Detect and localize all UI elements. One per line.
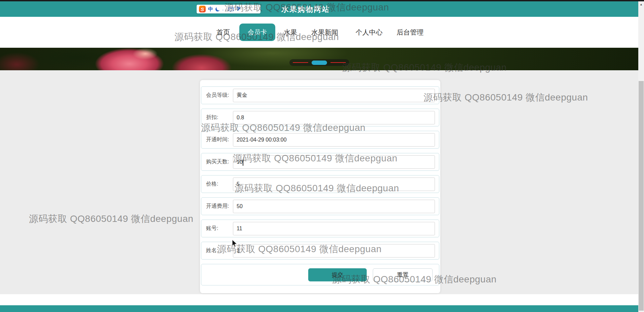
purchase-days-input[interactable]	[233, 155, 435, 169]
form-row-purchase-days: 购买天数:	[201, 153, 439, 171]
form-row-price: 价格:	[201, 175, 439, 193]
ime-toolbar[interactable]: S 中 。,	[197, 5, 260, 13]
carousel-dot-3[interactable]	[330, 62, 346, 63]
nav-item-admin[interactable]: 后台管理	[397, 17, 424, 48]
open-fee-label: 开通费用:	[206, 203, 233, 210]
sogou-logo-icon[interactable]: S	[199, 6, 206, 12]
account-input[interactable]	[233, 222, 435, 235]
purchase-days-label: 购买天数:	[206, 158, 233, 165]
nav-item-personal-center[interactable]: 个人中心	[356, 17, 383, 48]
form-row-discount: 折扣:	[201, 109, 439, 126]
form-row-open-time: 开通时间:	[201, 131, 439, 149]
carousel-indicator	[289, 59, 349, 66]
open-time-input[interactable]	[233, 133, 435, 147]
open-time-label: 开通时间:	[206, 136, 233, 143]
form-row-name: 姓名:	[201, 242, 439, 260]
scrollbar-thumb[interactable]	[639, 81, 644, 311]
banner-raspberry-image	[0, 48, 638, 70]
price-label: 价格:	[206, 181, 233, 188]
site-title: 水果购物网站	[281, 1, 330, 17]
ime-moon-icon[interactable]	[215, 6, 220, 12]
scrollbar-up-arrow-icon[interactable]: ▲	[638, 1, 644, 7]
membership-card-form: 会员等级: 折扣: 开通时间: 购买天数: 价格: 开通费用: 账号:	[200, 80, 440, 293]
submit-button[interactable]: 提交	[308, 268, 367, 281]
price-input[interactable]	[233, 178, 435, 191]
member-level-label: 会员等级:	[206, 92, 233, 99]
ime-wrench-icon[interactable]	[236, 7, 241, 11]
reset-button[interactable]: 重置	[373, 268, 433, 281]
lower-white-strip	[0, 294, 638, 305]
form-row-open-fee: 开通费用:	[201, 197, 439, 215]
nav-item-membership-card-active[interactable]: 会员卡	[239, 24, 275, 41]
vertical-scrollbar[interactable]: ▲	[638, 1, 644, 312]
form-row-member-level: 会员等级:	[201, 86, 439, 104]
text-caret	[243, 159, 243, 166]
site-header: S 中 。, 水果购物网站	[0, 1, 638, 17]
main-nav: 首页 会员卡 水果 水果新闻 个人中心 后台管理	[0, 17, 638, 48]
nav-item-home[interactable]: 首页	[216, 17, 230, 48]
ime-language-toggle[interactable]: 中	[208, 6, 213, 12]
account-label: 账号:	[206, 225, 233, 232]
nav-item-fruit[interactable]: 水果	[284, 17, 297, 48]
form-row-account: 账号:	[201, 220, 439, 237]
name-label: 姓名:	[206, 247, 233, 254]
name-input[interactable]	[233, 244, 435, 258]
ime-punctuation-icon[interactable]: 。,	[222, 7, 226, 11]
form-button-row: 提交 重置	[201, 264, 439, 285]
open-fee-input[interactable]	[233, 200, 435, 213]
discount-input[interactable]	[233, 111, 435, 124]
member-level-input[interactable]	[233, 89, 435, 102]
page-footer	[0, 305, 638, 312]
nav-item-fruit-news[interactable]: 水果新闻	[311, 17, 338, 48]
carousel-dot-2-active[interactable]	[312, 61, 327, 65]
discount-label: 折扣:	[206, 114, 233, 121]
ime-keyboard-icon[interactable]	[228, 7, 234, 11]
carousel-dot-1[interactable]	[293, 62, 308, 63]
main-content: 会员等级: 折扣: 开通时间: 购买天数: 价格: 开通费用: 账号:	[0, 70, 638, 294]
